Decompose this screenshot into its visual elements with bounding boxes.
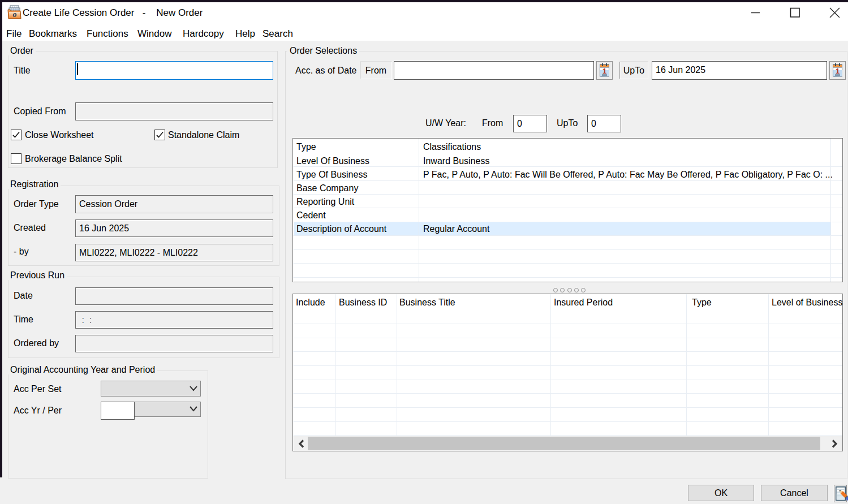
svg-text:1: 1 [836, 67, 840, 75]
svg-text:o: o [13, 10, 17, 19]
svg-text:1: 1 [602, 67, 606, 75]
